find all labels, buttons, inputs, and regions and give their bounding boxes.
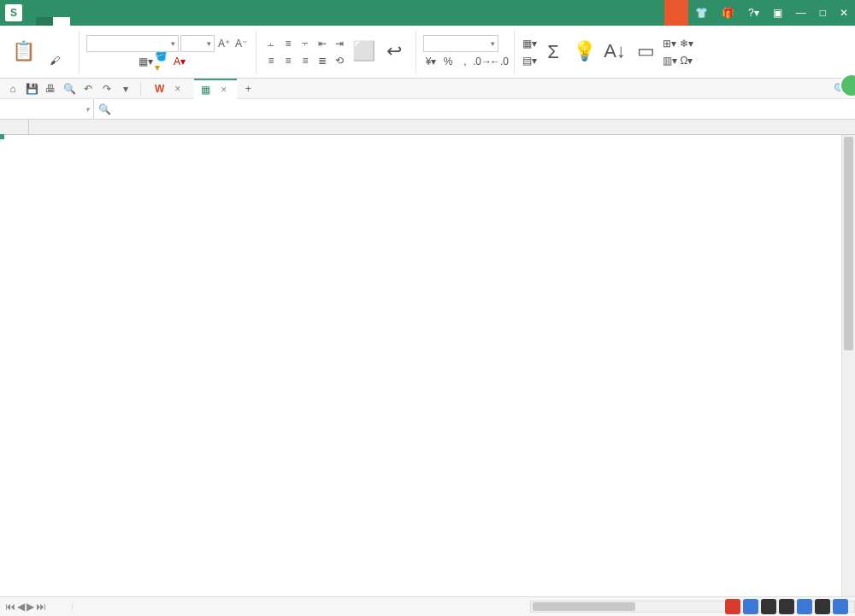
select-all-corner[interactable] bbox=[0, 120, 29, 134]
spreadsheet-grid[interactable] bbox=[0, 120, 855, 596]
border-button[interactable]: ▦▾ bbox=[138, 54, 153, 69]
orientation-icon[interactable]: ⟲ bbox=[332, 53, 347, 68]
qat-redo-icon[interactable]: ↷ bbox=[99, 81, 115, 97]
qat-preview-icon[interactable]: 🔍 bbox=[62, 81, 77, 97]
qat-home-icon[interactable]: ⌂ bbox=[5, 81, 21, 97]
ime-arrow-icon[interactable] bbox=[797, 599, 812, 614]
align-bot-icon[interactable]: ⫟ bbox=[298, 36, 313, 51]
table-style-icon[interactable]: ▤▾ bbox=[522, 53, 537, 68]
ime-dot-icon[interactable] bbox=[761, 599, 776, 614]
qat-more-icon[interactable]: ▾ bbox=[118, 81, 133, 97]
font-name-select[interactable] bbox=[86, 35, 179, 52]
indent-inc-icon[interactable]: ⇥ bbox=[332, 36, 347, 51]
fx-cancel-icon[interactable]: 🔍 bbox=[94, 103, 115, 115]
vertical-scrollbar[interactable] bbox=[841, 135, 855, 596]
ime-s-icon[interactable] bbox=[725, 599, 740, 614]
filter-icon: 💡 bbox=[573, 40, 595, 62]
tab-layout[interactable] bbox=[87, 17, 104, 26]
format-button[interactable]: ▭ bbox=[631, 38, 660, 66]
tab-cloud[interactable] bbox=[190, 17, 207, 26]
maximize-icon[interactable]: □ bbox=[813, 0, 833, 26]
bold-button[interactable] bbox=[86, 54, 102, 69]
menu-dropdown[interactable] bbox=[36, 17, 53, 26]
paste-button[interactable]: 📋 bbox=[9, 38, 38, 66]
document-tab[interactable]: ▦ × bbox=[194, 79, 237, 99]
format-painter-button[interactable]: 🖌 bbox=[39, 53, 72, 68]
xls-icon: ▦ bbox=[201, 84, 210, 96]
ribbon-toggle-icon[interactable]: ▣ bbox=[766, 0, 789, 26]
wps-tab-close-icon[interactable]: × bbox=[171, 83, 184, 95]
align-right-icon[interactable]: ≡ bbox=[298, 53, 313, 68]
skin-icon[interactable]: 👕 bbox=[688, 0, 715, 26]
dec-decimal-icon[interactable]: ←.0 bbox=[492, 54, 507, 69]
copy-button[interactable] bbox=[56, 36, 72, 51]
number-format-select[interactable] bbox=[423, 35, 498, 52]
merge-button[interactable]: ⬜ bbox=[349, 38, 378, 66]
align-mid-icon[interactable]: ≡ bbox=[280, 36, 296, 51]
filter-button[interactable]: 💡 bbox=[569, 38, 598, 66]
qat-save-icon[interactable]: 💾 bbox=[24, 81, 39, 97]
gift-icon[interactable]: 🎁 bbox=[715, 0, 741, 26]
inc-decimal-icon[interactable]: .0→ bbox=[475, 54, 490, 69]
align-left-icon[interactable]: ≡ bbox=[263, 53, 279, 68]
shrink-font-icon[interactable]: A⁻ bbox=[233, 36, 249, 51]
column-headers bbox=[0, 120, 855, 135]
grow-font-icon[interactable]: A⁺ bbox=[216, 36, 232, 51]
quick-access-bar: ⌂ 💾 🖶 🔍 ↶ ↷ ▾ W × ▦ × + 🔍 bbox=[0, 79, 855, 99]
fill-color-button[interactable]: 🪣▾ bbox=[155, 54, 170, 69]
tab-review[interactable] bbox=[139, 17, 156, 26]
worksheet-icon[interactable]: ▥▾ bbox=[662, 53, 677, 68]
percent-icon[interactable]: % bbox=[440, 54, 456, 69]
ime-cn-icon[interactable] bbox=[743, 599, 758, 614]
name-box[interactable] bbox=[0, 99, 94, 120]
close-icon[interactable]: ✕ bbox=[833, 0, 855, 26]
wps-home-tab[interactable]: W × bbox=[148, 79, 191, 99]
font-color-button[interactable]: A▾ bbox=[172, 54, 187, 69]
wrap-button[interactable]: ↩ bbox=[380, 38, 409, 66]
new-tab-icon[interactable]: + bbox=[240, 81, 256, 97]
align-center-icon[interactable]: ≡ bbox=[280, 53, 296, 68]
currency-icon[interactable]: ¥▾ bbox=[423, 54, 439, 69]
menu-tabs bbox=[36, 0, 207, 26]
autosum-button[interactable]: Σ bbox=[539, 39, 568, 65]
font-size-select[interactable] bbox=[180, 35, 215, 52]
tab-insert[interactable] bbox=[70, 17, 87, 26]
sheet-more[interactable] bbox=[51, 604, 73, 609]
freeze-icon[interactable]: ❄▾ bbox=[679, 36, 694, 51]
qat-print-icon[interactable]: 🖶 bbox=[43, 81, 58, 97]
row-col-icon[interactable]: ⊞▾ bbox=[662, 36, 677, 51]
tab-formula[interactable] bbox=[104, 17, 121, 26]
ime-bar bbox=[725, 599, 848, 614]
h-thumb[interactable] bbox=[533, 602, 635, 611]
underline-button[interactable] bbox=[121, 54, 136, 69]
tab-dev[interactable] bbox=[173, 17, 190, 26]
help-icon[interactable]: ?▾ bbox=[741, 0, 766, 26]
ime-tool-icon[interactable] bbox=[815, 599, 830, 614]
sheet-first-icon[interactable]: ⏮ bbox=[5, 601, 15, 613]
comma-icon[interactable]: , bbox=[457, 54, 473, 69]
merge-icon: ⬜ bbox=[352, 40, 374, 62]
minimize-icon[interactable]: — bbox=[789, 0, 813, 26]
ime-comma-icon[interactable] bbox=[779, 599, 794, 614]
doc-tab-close-icon[interactable]: × bbox=[217, 84, 230, 96]
justify-icon[interactable]: ≣ bbox=[315, 53, 330, 68]
tab-start[interactable] bbox=[53, 17, 70, 26]
cond-format-icon[interactable]: ▦▾ bbox=[522, 36, 537, 51]
ime-skin-icon[interactable] bbox=[833, 599, 848, 614]
tab-view[interactable] bbox=[156, 17, 173, 26]
sheet-prev-icon[interactable]: ◀ bbox=[17, 601, 25, 613]
sheet-next-icon[interactable]: ▶ bbox=[27, 601, 34, 613]
symbol-icon[interactable]: Ω▾ bbox=[679, 53, 694, 68]
qat-undo-icon[interactable]: ↶ bbox=[80, 81, 96, 97]
align-top-icon[interactable]: ⫠ bbox=[263, 36, 279, 51]
cut-button[interactable] bbox=[39, 36, 55, 51]
italic-button[interactable] bbox=[103, 54, 119, 69]
sheet-last-icon[interactable]: ⏭ bbox=[36, 601, 46, 613]
v-thumb[interactable] bbox=[844, 137, 853, 350]
tab-data[interactable] bbox=[121, 17, 139, 26]
paste-icon: 📋 bbox=[12, 40, 34, 62]
login-button[interactable] bbox=[664, 0, 688, 26]
formula-input[interactable] bbox=[125, 100, 855, 119]
sort-button[interactable]: A↓ bbox=[600, 38, 629, 66]
indent-dec-icon[interactable]: ⇤ bbox=[315, 36, 330, 51]
